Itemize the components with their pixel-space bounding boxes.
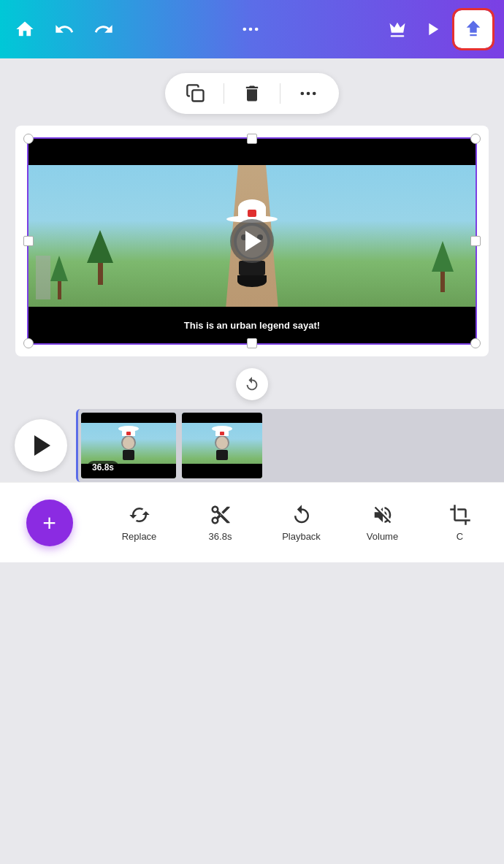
thumb-character-2 — [209, 426, 235, 465]
thumb-head — [121, 435, 136, 450]
svg-point-5 — [307, 92, 310, 96]
thumb2-body — [216, 450, 228, 460]
thumb2-ribbon — [220, 432, 224, 435]
upload-export-button[interactable] — [454, 10, 492, 48]
bottom-nav-volume[interactable]: Volume — [361, 503, 405, 542]
duration-badge: 36.8s — [87, 461, 119, 474]
thumb-ribbon — [126, 432, 131, 435]
bottom-nav-playback[interactable]: Playback — [280, 503, 324, 542]
tree-left-1 — [50, 256, 68, 299]
toolbar-divider-2 — [280, 83, 280, 104]
thumb-character-1 — [115, 426, 142, 465]
thumb-face — [123, 437, 134, 449]
building-bg — [36, 256, 50, 299]
tree-left-2 — [87, 230, 113, 285]
nav-right-group — [384, 10, 492, 48]
timeline-strip[interactable]: 36.8s — [76, 409, 504, 482]
thumb-letterbox-top-1 — [81, 413, 176, 423]
svg-point-0 — [243, 28, 247, 31]
element-toolbar — [165, 73, 339, 114]
home-button[interactable] — [12, 16, 38, 42]
thumb-scene-2 — [182, 413, 262, 478]
timeline-thumbnail-2[interactable] — [182, 413, 262, 478]
tree-right-1 — [432, 241, 454, 292]
timeline-thumbnail-1[interactable]: 36.8s — [81, 413, 176, 478]
play-triangle-icon — [245, 231, 261, 251]
resize-handle-middle-left[interactable] — [23, 236, 34, 246]
top-navigation-bar — [0, 0, 504, 58]
svg-point-1 — [249, 28, 253, 31]
playback-label: Playback — [282, 531, 321, 542]
bottom-nav-duration[interactable]: 36.8s — [199, 503, 243, 542]
preview-play-button[interactable] — [419, 16, 446, 42]
more-options-button[interactable] — [237, 16, 264, 42]
add-fab-button[interactable]: + — [26, 500, 73, 546]
thumb-letterbox-top-2 — [182, 413, 262, 423]
svg-point-2 — [255, 28, 259, 31]
body-torso — [239, 261, 265, 275]
resize-handle-top-left[interactable] — [23, 134, 34, 144]
undo-button[interactable] — [51, 16, 77, 42]
video-canvas-container: This is an urban legend sayat! — [15, 126, 489, 356]
thumb-body — [123, 450, 134, 460]
resize-handle-middle-right[interactable] — [470, 236, 481, 246]
video-subtitle: This is an urban legend sayat! — [184, 320, 320, 331]
hat-ribbon — [248, 210, 256, 217]
resize-handle-top-right[interactable] — [470, 134, 481, 144]
timeline-play-button[interactable] — [15, 419, 67, 472]
video-play-button[interactable] — [230, 219, 274, 263]
redo-button[interactable] — [91, 16, 117, 42]
duration-label: 36.8s — [209, 531, 232, 542]
crop-label: C — [457, 531, 463, 542]
skirt — [237, 275, 267, 287]
timeline-play-icon — [34, 435, 50, 456]
toolbar-divider-1 — [224, 83, 224, 104]
bottom-nav-replace[interactable]: Replace — [118, 503, 161, 542]
crop-icon — [448, 503, 472, 527]
delete-button[interactable] — [239, 80, 265, 107]
premium-crown-button[interactable] — [384, 16, 411, 42]
canvas-area: This is an urban legend sayat! — [0, 58, 504, 400]
duplicate-button[interactable] — [183, 80, 209, 107]
resize-handle-bottom-center[interactable] — [247, 338, 257, 348]
bottom-nav-more[interactable]: C — [442, 503, 478, 542]
rotate-button[interactable] — [236, 368, 268, 400]
video-frame[interactable]: This is an urban legend sayat! — [27, 137, 477, 345]
svg-point-4 — [301, 92, 305, 96]
nav-center-group — [237, 16, 264, 42]
volume-label: Volume — [367, 531, 398, 542]
timeline-area: 36.8s — [0, 400, 504, 482]
replace-icon — [128, 503, 151, 527]
resize-handle-bottom-left[interactable] — [23, 338, 34, 348]
resize-handle-top-center[interactable] — [247, 134, 257, 144]
bottom-navigation: + Replace 36.8s Playback — [0, 482, 504, 562]
thumb2-face — [216, 437, 228, 449]
playback-icon — [290, 503, 313, 527]
volume-icon — [371, 503, 394, 527]
replace-label: Replace — [122, 531, 157, 542]
video-inner: This is an urban legend sayat! — [28, 139, 476, 343]
thumb2-head — [215, 435, 229, 450]
resize-handle-bottom-right[interactable] — [470, 338, 481, 348]
thumb-letterbox-bottom-2 — [182, 464, 262, 478]
svg-point-6 — [313, 92, 316, 96]
scissors-icon — [209, 503, 232, 527]
add-icon: + — [42, 511, 56, 535]
more-element-options-button[interactable] — [295, 80, 321, 107]
svg-rect-3 — [192, 90, 203, 101]
nav-left-group — [12, 16, 117, 42]
